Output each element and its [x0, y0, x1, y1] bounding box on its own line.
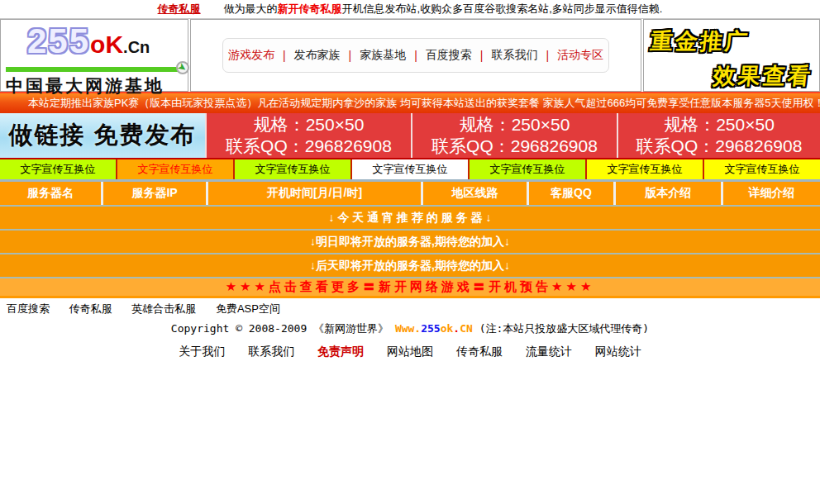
footer-quick-links: 百度搜索 传奇私服 英雄合击私服 免费ASP空间: [0, 298, 820, 318]
col-server-ip: 服务器IP: [103, 182, 208, 205]
nav-item-family-publish[interactable]: 发布家族: [294, 48, 341, 63]
logo-ok-text: oK: [90, 31, 123, 58]
footer-link-traffic-stats[interactable]: 流量统计: [526, 345, 572, 358]
quick-link-yingxiong[interactable]: 英雄合击私服: [131, 302, 196, 315]
footer-link-sitemap[interactable]: 网站地图: [387, 345, 433, 358]
copyright-suffix: (注:本站只投放盛大区域代理传奇): [473, 322, 649, 335]
nav-item-family-base[interactable]: 家族基地: [360, 48, 406, 63]
logo-cn-text: .Cn: [123, 38, 150, 56]
site-url-dot: .: [453, 322, 460, 335]
site-url-ok: ok: [441, 322, 454, 335]
logo-slogan: 中国最大网游基地: [6, 74, 184, 97]
text-exchange-slot-3[interactable]: 文字宣传互换位: [235, 159, 352, 179]
logo-wordmark: 255oK.Cn: [6, 25, 184, 65]
site-url-www: Www.: [395, 322, 421, 335]
col-region-line: 地区线路: [423, 182, 529, 205]
site-logo[interactable]: 255oK.Cn 中国最大网游基地: [0, 19, 188, 92]
table-row-day-after: ↓后天即将开放的服务器,期待您的加入↓: [0, 254, 820, 277]
nav-item-game-publish[interactable]: 游戏发布: [228, 48, 274, 63]
text-exchange-slot-7[interactable]: 文字宣传互换位: [704, 159, 820, 179]
col-server-name: 服务器名: [0, 182, 103, 205]
ad-slot-2[interactable]: 规格：250×50 联系QQ：296826908: [411, 113, 617, 158]
main-nav: 游戏发布 | 发布家族 | 家族基地 | 百度搜索 | 联系我们 | 活动专区: [222, 38, 609, 73]
logo-255-text: 255: [27, 21, 90, 60]
server-table-header: 服务器名 服务器IP 开机时间[月/日/时] 地区线路 客服QQ 版本介绍 详细…: [0, 182, 820, 205]
text-exchange-slot-4[interactable]: 文字宣传互换位: [352, 159, 470, 179]
nav-item-activity-zone[interactable]: 活动专区: [557, 48, 603, 63]
nav-item-contact-us[interactable]: 联系我们: [491, 48, 537, 63]
ad-spec: 规格：250×50: [412, 114, 617, 136]
top-notice-bar: 传奇私服做为最大的新开传奇私服开机信息发布站,收购众多百度谷歌搜索名站,多站同步…: [0, 0, 820, 19]
text-exchange-row: 文字宣传互换位 文字宣传互换位 文字宣传互换位 文字宣传互换位 文字宣传互换位 …: [0, 158, 820, 179]
promo-line2: 效果查看: [649, 61, 814, 91]
col-version-intro: 版本介绍: [616, 182, 723, 205]
site-url-255: 255: [421, 322, 440, 335]
footer-link-site-stats[interactable]: 网站统计: [595, 345, 641, 358]
view-more-link[interactable]: ★★★点击查看更多〓新开网络游戏〓开机预告★★★: [0, 278, 820, 298]
ad-spec: 规格：250×50: [618, 114, 820, 136]
nav-item-baidu-search[interactable]: 百度搜索: [426, 48, 472, 63]
col-detail-intro: 详细介绍: [723, 182, 820, 205]
site-url-cn: CN: [460, 322, 473, 335]
link-exchange-banner[interactable]: 做链接 免费发布: [0, 113, 205, 158]
quick-link-baidu[interactable]: 百度搜索: [7, 302, 50, 315]
notice-highlight: 新开传奇私服: [278, 2, 342, 15]
quick-link-chuanqi[interactable]: 传奇私服: [69, 302, 112, 315]
text-exchange-slot-2[interactable]: 文字宣传互换位: [117, 159, 235, 179]
header-nav-box: 游戏发布 | 发布家族 | 家族基地 | 百度搜索 | 联系我们 | 活动专区: [190, 19, 641, 92]
nav-separator: |: [546, 49, 549, 62]
copyright-prefix: Copyright © 2008-2009 《新网游世界》: [171, 322, 395, 335]
text-exchange-slot-5[interactable]: 文字宣传互换位: [470, 159, 587, 179]
table-row-today: ↓ 今 天 通 宵 推 荐 的 服 务 器 ↓: [0, 207, 820, 229]
col-service-qq: 客服QQ: [529, 182, 616, 205]
page: 传奇私服做为最大的新开传奇私服开机信息发布站,收购众多百度谷歌搜索名站,多站同步…: [0, 0, 820, 366]
ad-qq: 联系QQ：296826908: [207, 136, 411, 157]
col-open-time: 开机时间[月/日/时]: [208, 182, 423, 205]
announcement-text: 本站定期推出家族PK赛（版本由玩家投票点选）凡在活动规定期内拿沙的家族 均可获得…: [28, 96, 820, 111]
ad-banner-row: 做链接 免费发布 规格：250×50 联系QQ：296826908 规格：250…: [0, 113, 820, 158]
nav-separator: |: [480, 49, 484, 62]
promo-ad-banner[interactable]: 重金推广 效果查看: [643, 19, 820, 92]
nav-separator: |: [349, 49, 352, 62]
header: 255oK.Cn 中国最大网游基地 游戏发布 | 发布家族 | 家族基地 | 百…: [0, 19, 820, 92]
nav-separator: |: [283, 49, 286, 62]
notice-text-after: 开机信息发布站,收购众多百度谷歌搜索名站,多站同步显示值得信赖.: [342, 2, 663, 15]
mir-sf-link[interactable]: 传奇私服: [158, 2, 201, 15]
ad-slot-3[interactable]: 规格：250×50 联系QQ：296826908: [617, 113, 820, 158]
promo-line1: 重金推广: [649, 26, 814, 56]
logo-underline-bar: [6, 67, 181, 72]
ad-slot-1[interactable]: 规格：250×50 联系QQ：296826908: [205, 113, 411, 158]
copyright-line: Copyright © 2008-2009 《新网游世界》 Www.255ok.…: [0, 318, 820, 338]
footer-link-about[interactable]: 关于我们: [179, 345, 225, 358]
ad-qq: 联系QQ：296826908: [618, 136, 820, 157]
footer-link-contact[interactable]: 联系我们: [248, 345, 294, 358]
nav-separator: |: [414, 49, 417, 62]
ad-qq: 联系QQ：296826908: [412, 136, 617, 157]
footer-link-chuanqi[interactable]: 传奇私服: [456, 345, 503, 358]
footer-link-disclaimer[interactable]: 免责声明: [317, 345, 364, 358]
quick-link-asp[interactable]: 免费ASP空间: [216, 302, 280, 315]
notice-text-before: 做为最大的: [224, 2, 278, 15]
ad-spec: 规格：250×50: [207, 114, 411, 136]
table-row-tomorrow: ↓明日即将开放的服务器,期待您的加入↓: [0, 231, 820, 253]
text-exchange-slot-6[interactable]: 文字宣传互换位: [587, 159, 704, 179]
text-exchange-slot-1[interactable]: 文字宣传互换位: [0, 159, 117, 179]
footer-nav: 关于我们 联系我们 免责声明 网站地图 传奇私服 流量统计 网站统计: [0, 338, 820, 366]
cursor-icon: [176, 61, 189, 74]
